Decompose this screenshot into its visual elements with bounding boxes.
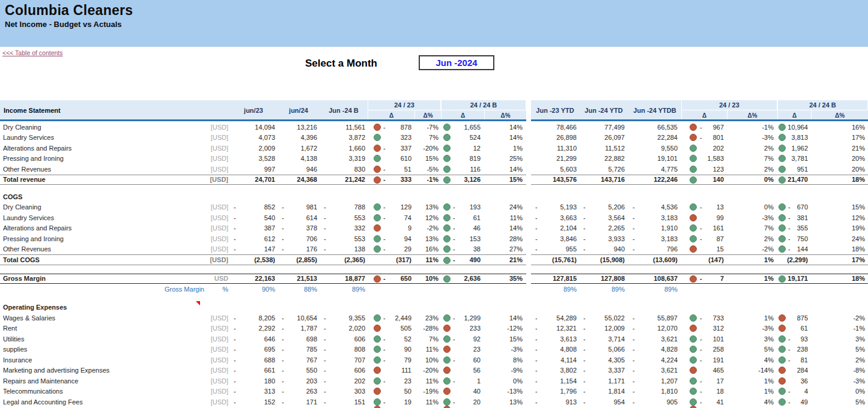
cell-ytd-budget: 89% bbox=[628, 284, 681, 295]
cell-ytd-prior: -5,193 bbox=[531, 202, 579, 213]
delta-dot-icon bbox=[374, 224, 381, 232]
row-label: Rent bbox=[0, 323, 209, 334]
row-unit: [USD] bbox=[209, 313, 229, 323]
cell-ytd-delta-yoy: -967 bbox=[681, 122, 727, 133]
cell-ytd-delta-budget: -81 bbox=[777, 355, 811, 365]
row-unit: [USD] bbox=[209, 365, 229, 376]
cell-ytd-delta-yoy: -733 bbox=[681, 313, 727, 323]
cell-ytd-delta-yoy: -18 bbox=[681, 386, 727, 397]
cell-month-prior: -852 bbox=[229, 202, 278, 213]
cell-month-deltapct-yoy bbox=[414, 284, 441, 295]
cell-ytd-budget: 108,637 bbox=[628, 274, 681, 284]
delta-dot-icon bbox=[443, 398, 451, 406]
row-label: Marketing and advertising Expenses bbox=[0, 365, 209, 376]
cell-ytd-deltapct-budget: 15% bbox=[811, 202, 868, 213]
cell-month-deltapct-yoy: 16% bbox=[414, 244, 441, 255]
delta-dot-icon bbox=[374, 275, 381, 283]
subheader-delta-pct: Δ% bbox=[484, 110, 526, 120]
cell-month-deltapct-budget: -12% bbox=[484, 323, 526, 334]
cell-month-delta-budget: -38 bbox=[441, 244, 484, 255]
cell-ytd-deltapct-yoy: 0% bbox=[727, 202, 777, 213]
cell-ytd-delta-budget: 1,962 bbox=[777, 143, 811, 154]
delta-dot-icon bbox=[443, 275, 451, 283]
cell-ytd-deltapct-budget: 18% bbox=[811, 175, 868, 185]
cell-ytd-delta-budget: -381 bbox=[777, 212, 811, 223]
delta-dot-icon bbox=[443, 356, 451, 364]
cell-ytd-delta-yoy: 140 bbox=[681, 175, 727, 185]
cell-ytd-deltapct-yoy: 4% bbox=[727, 397, 777, 407]
cell-month-budget: -2,020 bbox=[320, 323, 368, 334]
cell-month-deltapct-budget: 14% bbox=[484, 133, 526, 143]
section-gap bbox=[526, 254, 531, 265]
table-row: COGS bbox=[0, 191, 868, 202]
cell-ytd-deltapct-yoy: -1% bbox=[727, 122, 777, 133]
table-of-contents-link[interactable]: <<< Table of contents bbox=[2, 49, 63, 56]
delta-dot-icon bbox=[778, 134, 786, 141]
cell-month-prior: -180 bbox=[229, 376, 278, 386]
delta-dot-icon bbox=[374, 166, 381, 173]
cell-month-actual: 946 bbox=[278, 164, 320, 175]
cell-month-deltapct-budget: 35% bbox=[484, 274, 526, 284]
cell-month-deltapct-budget: 25% bbox=[484, 154, 526, 164]
delta-dot-icon bbox=[443, 367, 451, 374]
cell-month-actual: -550 bbox=[278, 365, 320, 376]
cell-month-budget: -138 bbox=[320, 244, 368, 255]
delta-dot-icon bbox=[690, 203, 697, 211]
cell-ytd-actual: -3,337 bbox=[579, 365, 628, 376]
delta-dot-icon bbox=[778, 176, 786, 184]
section-gap bbox=[526, 397, 531, 407]
cell-ytd-delta-yoy: -17 bbox=[681, 376, 727, 386]
cell-ytd-delta-budget: -49 bbox=[777, 397, 811, 407]
section-gap bbox=[526, 223, 531, 234]
section-gap bbox=[526, 334, 531, 344]
cell-ytd-deltapct-budget: 17% bbox=[811, 254, 868, 265]
table-row: Insurance [USD] -688 -767 -707 -79 10% -… bbox=[0, 355, 868, 365]
subheader-delta: Δ bbox=[681, 110, 727, 120]
cell-ytd-delta-budget: -93 bbox=[777, 334, 811, 344]
cell-ytd-budget: -3,621 bbox=[628, 365, 681, 376]
cell-month-actual: -614 bbox=[278, 212, 320, 223]
cell-ytd-deltapct-budget: 19% bbox=[811, 223, 868, 234]
cell-month-prior: 997 bbox=[229, 164, 278, 175]
cell-month-actual: -785 bbox=[278, 344, 320, 355]
delta-dot-icon bbox=[690, 176, 697, 184]
cell-ytd-budget bbox=[628, 302, 681, 313]
cell-month-actual: -171 bbox=[278, 397, 320, 407]
cell-month-deltapct-budget bbox=[484, 302, 526, 313]
col-header-jun23-ytd: Jun -23 YTD bbox=[531, 100, 579, 120]
table-row: Marketing and advertising Expenses [USD]… bbox=[0, 365, 868, 376]
cell-ytd-deltapct-budget: 20% bbox=[811, 164, 868, 175]
cell-month-prior: 3,528 bbox=[229, 154, 278, 164]
row-label: Total COGS bbox=[0, 254, 209, 265]
cell-month-budget: 1,660 bbox=[320, 143, 368, 154]
cell-month-deltapct-budget: 14% bbox=[484, 164, 526, 175]
cell-ytd-deltapct-yoy: 1% bbox=[727, 254, 777, 265]
cell-ytd-delta-yoy: -101 bbox=[681, 334, 727, 344]
cell-month-budget: -788 bbox=[320, 202, 368, 213]
cell-ytd-delta-budget: 875 bbox=[777, 313, 811, 323]
cell-month-budget: -332 bbox=[320, 223, 368, 234]
cell-month-budget: 3,319 bbox=[320, 154, 368, 164]
cell-ytd-budget: -3,621 bbox=[628, 334, 681, 344]
row-spacer bbox=[0, 265, 868, 274]
section-gap bbox=[526, 122, 531, 133]
cell-month-deltapct-budget: 14% bbox=[484, 223, 526, 234]
cell-month-deltapct-budget: 13% bbox=[484, 397, 526, 407]
row-unit: [USD] bbox=[209, 334, 229, 344]
cell-month-delta-budget: -46 bbox=[441, 223, 484, 234]
delta-dot-icon bbox=[374, 214, 381, 221]
cell-month-budget: -553 bbox=[320, 233, 368, 244]
section-gap bbox=[526, 355, 531, 365]
cell-ytd-prior: -2,104 bbox=[531, 223, 579, 234]
cell-month-prior: (2,538) bbox=[229, 254, 278, 265]
cell-month-delta-budget: 819 bbox=[441, 154, 484, 164]
table-title: Income Statement bbox=[4, 100, 208, 120]
month-selector-dropdown[interactable]: Jun -2024 bbox=[419, 55, 494, 70]
cell-month-budget: -808 bbox=[320, 344, 368, 355]
cell-ytd-prior: 127,815 bbox=[531, 274, 579, 284]
group-header-24-23: 24 / 23 bbox=[368, 100, 441, 110]
cell-ytd-delta-yoy bbox=[681, 302, 727, 313]
cell-month-delta-yoy: 9 bbox=[368, 223, 414, 234]
delta-dot-icon bbox=[443, 203, 451, 211]
delta-dot-icon bbox=[443, 224, 451, 232]
